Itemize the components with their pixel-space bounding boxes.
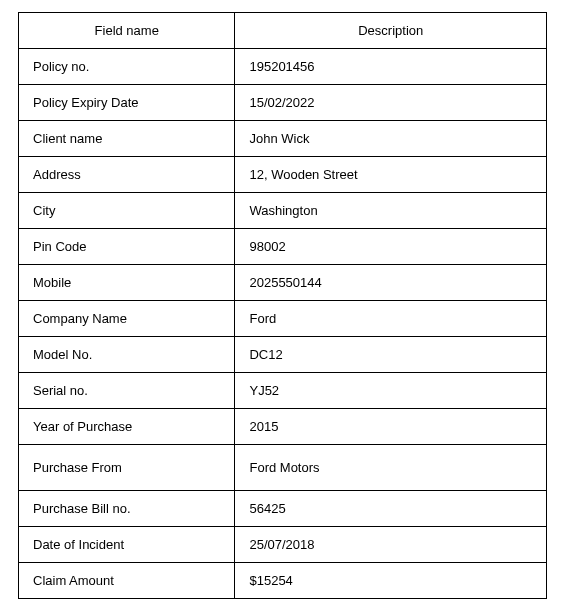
field-label: Mobile	[19, 265, 235, 301]
field-label: Company Name	[19, 301, 235, 337]
field-label: City	[19, 193, 235, 229]
table-row: Purchase From Ford Motors	[19, 445, 547, 491]
table-row: Policy Expiry Date 15/02/2022	[19, 85, 547, 121]
header-field-name: Field name	[19, 13, 235, 49]
field-value: 25/07/2018	[235, 527, 547, 563]
field-label: Policy no.	[19, 49, 235, 85]
header-description: Description	[235, 13, 547, 49]
field-label: Pin Code	[19, 229, 235, 265]
field-value: 56425	[235, 491, 547, 527]
field-value: Ford Motors	[235, 445, 547, 491]
field-value: 2015	[235, 409, 547, 445]
field-label: Date of Incident	[19, 527, 235, 563]
field-value: Ford	[235, 301, 547, 337]
table-row: Year of Purchase 2015	[19, 409, 547, 445]
field-value: YJ52	[235, 373, 547, 409]
claim-details-table: Field name Description Policy no. 195201…	[18, 12, 547, 599]
field-label: Model No.	[19, 337, 235, 373]
table-row: City Washington	[19, 193, 547, 229]
field-label: Client name	[19, 121, 235, 157]
table-row: Date of Incident 25/07/2018	[19, 527, 547, 563]
field-value: 195201456	[235, 49, 547, 85]
field-label: Year of Purchase	[19, 409, 235, 445]
field-value: John Wick	[235, 121, 547, 157]
field-value: 12, Wooden Street	[235, 157, 547, 193]
field-value: DC12	[235, 337, 547, 373]
field-value: 15/02/2022	[235, 85, 547, 121]
field-value: $15254	[235, 563, 547, 599]
table-row: Model No. DC12	[19, 337, 547, 373]
field-label: Address	[19, 157, 235, 193]
table-row: Serial no. YJ52	[19, 373, 547, 409]
field-value: 98002	[235, 229, 547, 265]
field-label: Claim Amount	[19, 563, 235, 599]
table-row: Mobile 2025550144	[19, 265, 547, 301]
field-value: 2025550144	[235, 265, 547, 301]
table-row: Purchase Bill no. 56425	[19, 491, 547, 527]
table-row: Pin Code 98002	[19, 229, 547, 265]
table-row: Address 12, Wooden Street	[19, 157, 547, 193]
field-label: Policy Expiry Date	[19, 85, 235, 121]
table-row: Client name John Wick	[19, 121, 547, 157]
field-label: Purchase Bill no.	[19, 491, 235, 527]
table-row: Policy no. 195201456	[19, 49, 547, 85]
table-row: Company Name Ford	[19, 301, 547, 337]
table-header-row: Field name Description	[19, 13, 547, 49]
field-label: Purchase From	[19, 445, 235, 491]
field-value: Washington	[235, 193, 547, 229]
table-row: Claim Amount $15254	[19, 563, 547, 599]
field-label: Serial no.	[19, 373, 235, 409]
